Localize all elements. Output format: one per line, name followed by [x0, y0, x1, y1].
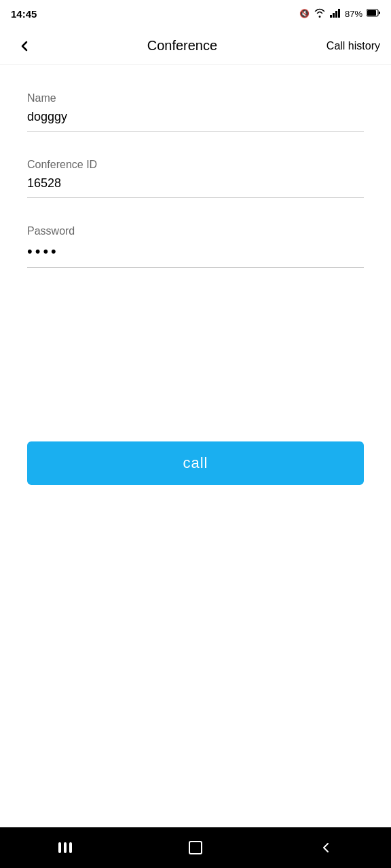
spacer — [0, 485, 391, 827]
back-nav-button[interactable] — [312, 834, 339, 861]
call-history-button[interactable]: Call history — [327, 40, 380, 52]
call-button-container: call — [0, 441, 391, 485]
svg-rect-3 — [338, 9, 340, 18]
android-nav-bar — [0, 827, 391, 868]
status-icons: 🔇 87% — [299, 8, 380, 20]
svg-rect-0 — [330, 15, 332, 18]
svg-rect-1 — [333, 13, 335, 18]
main-content: Name dogggy Conference ID 16528 Password… — [0, 65, 391, 435]
name-label: Name — [27, 92, 364, 104]
recent-apps-button[interactable] — [52, 834, 79, 861]
conference-id-input[interactable]: 16528 — [27, 176, 364, 198]
signal-icon — [330, 8, 341, 20]
battery-icon — [367, 9, 380, 19]
svg-rect-2 — [335, 11, 337, 18]
status-time: 14:45 — [11, 8, 37, 20]
back-button[interactable] — [11, 33, 38, 60]
password-section: Password •••• — [27, 225, 364, 268]
name-input[interactable]: dogggy — [27, 110, 364, 132]
recent-apps-icon — [58, 842, 72, 853]
mute-icon: 🔇 — [299, 9, 310, 18]
call-button[interactable]: call — [27, 441, 364, 485]
status-bar: 14:45 🔇 87% — [0, 0, 391, 27]
wifi-icon — [314, 8, 326, 20]
password-label: Password — [27, 225, 364, 237]
name-section: Name dogggy — [27, 92, 364, 132]
password-input[interactable]: •••• — [27, 243, 364, 268]
home-button[interactable] — [182, 834, 209, 861]
battery-level: 87% — [345, 9, 362, 19]
header: Conference Call history — [0, 27, 391, 65]
conference-id-label: Conference ID — [27, 159, 364, 171]
svg-rect-6 — [379, 12, 380, 14]
svg-rect-5 — [367, 10, 376, 16]
page-title: Conference — [38, 38, 327, 54]
back-nav-icon — [319, 841, 333, 854]
home-icon — [189, 841, 202, 854]
conference-id-section: Conference ID 16528 — [27, 159, 364, 198]
